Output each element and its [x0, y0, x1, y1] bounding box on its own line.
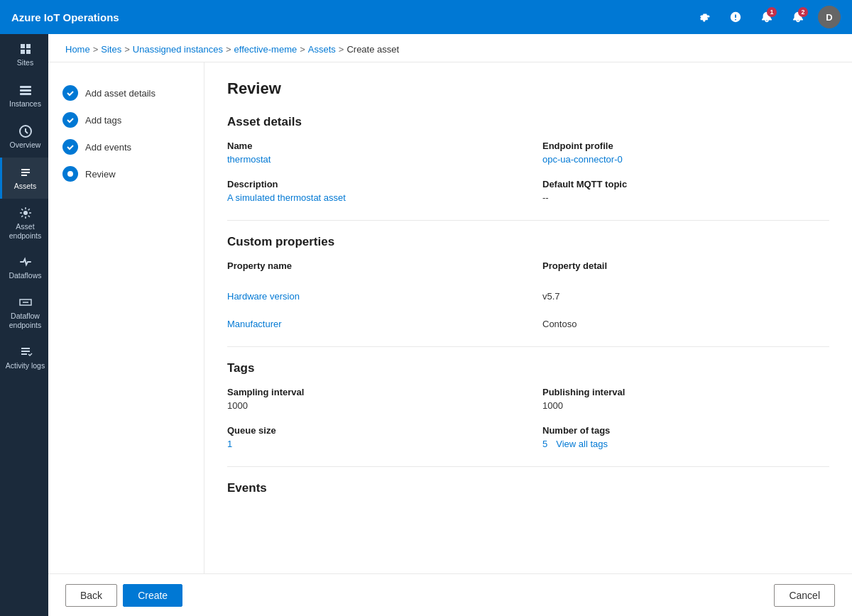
notification2-button[interactable]: 2 — [787, 6, 809, 28]
divider-1 — [227, 220, 829, 221]
breadcrumb-sep-4: > — [300, 44, 305, 55]
breadcrumb-sep-1: > — [93, 44, 99, 55]
notification1-button[interactable]: 1 — [755, 6, 778, 28]
step-circle-2 — [62, 112, 78, 128]
description-field: Description A simulated thermostat asset — [227, 179, 514, 203]
sidebar-item-sites[interactable]: Sites — [0, 34, 48, 75]
queue-size-field: Queue size 1 — [227, 425, 514, 449]
step-circle-1 — [62, 85, 78, 101]
sidebar-label-activity-logs: Activity logs — [6, 361, 45, 370]
step-label-1: Add asset details — [85, 88, 155, 99]
sidebar-item-asset-endpoints[interactable]: Asset endpoints — [0, 199, 48, 247]
property-detail-col-header: Property detail — [542, 260, 829, 271]
review-panel: Review Asset details Name thermostat End… — [204, 62, 852, 616]
breadcrumb-home[interactable]: Home — [65, 44, 90, 55]
number-of-tags-label: Number of tags — [542, 425, 829, 436]
breadcrumb-sites[interactable]: Sites — [101, 44, 121, 55]
breadcrumb-current: Create asset — [346, 44, 399, 55]
divider-3 — [227, 466, 829, 467]
divider-2 — [227, 346, 829, 347]
sidebar-item-assets[interactable]: Assets — [0, 158, 48, 199]
custom-property-row-1: Hardware version v5.7 — [227, 291, 829, 302]
avatar[interactable]: D — [818, 6, 841, 28]
description-value: A simulated thermostat asset — [227, 192, 514, 203]
step-label-2: Add tags — [85, 115, 121, 126]
svg-rect-0 — [20, 86, 31, 88]
sidebar-item-instances[interactable]: Instances — [0, 75, 48, 116]
breadcrumb-effective-meme[interactable]: effective-meme — [234, 44, 297, 55]
settings-button[interactable] — [693, 6, 716, 28]
svg-point-5 — [67, 171, 73, 177]
custom-properties-header: Property name Property detail — [227, 260, 829, 274]
tags-grid: Sampling interval 1000 Publishing interv… — [227, 387, 829, 449]
sidebar-label-overview: Overview — [10, 141, 41, 150]
footer: Back Create Cancel — [48, 573, 852, 616]
svg-rect-2 — [20, 93, 31, 95]
main-wrapper: Home > Sites > Unassigned instances > ef… — [48, 34, 852, 616]
sidebar-item-dataflows[interactable]: Dataflows — [0, 247, 48, 288]
name-value: thermostat — [227, 154, 514, 165]
sidebar-label-asset-endpoints: Asset endpoints — [5, 222, 45, 240]
breadcrumb-assets[interactable]: Assets — [308, 44, 336, 55]
sidebar-label-dataflows: Dataflows — [9, 271, 41, 280]
description-label: Description — [227, 179, 514, 189]
events-section-title: Events — [227, 481, 829, 495]
sidebar-item-overview[interactable]: Overview — [0, 116, 48, 158]
breadcrumb-sep-5: > — [339, 44, 344, 55]
queue-size-value: 1 — [227, 439, 514, 449]
endpoint-profile-field: Endpoint profile opc-ua-connector-0 — [542, 141, 829, 165]
cancel-button[interactable]: Cancel — [774, 584, 835, 607]
create-button[interactable]: Create — [123, 584, 182, 607]
tags-section-title: Tags — [227, 361, 829, 375]
property-name-col-header: Property name — [227, 260, 514, 271]
asset-details-grid: Name thermostat Endpoint profile opc-ua-… — [227, 141, 829, 203]
sidebar-label-assets: Assets — [14, 182, 37, 191]
queue-size-label: Queue size — [227, 425, 514, 436]
topbar: Azure IoT Operations 1 2 D — [0, 0, 852, 34]
help-button[interactable] — [724, 6, 747, 28]
wizard-step-add-tags[interactable]: Add tags — [60, 106, 192, 133]
number-of-tags-field: Number of tags 5 View all tags — [542, 425, 829, 449]
hardware-version-detail: v5.7 — [542, 291, 829, 302]
sidebar-label-instances: Instances — [9, 99, 41, 109]
publishing-interval-field: Publishing interval 1000 — [542, 387, 829, 411]
review-title: Review — [227, 79, 829, 98]
manufacturer-name: Manufacturer — [227, 319, 514, 329]
svg-rect-1 — [20, 89, 31, 92]
mqtt-topic-field: Default MQTT topic -- — [542, 179, 829, 203]
wizard-sidebar: Add asset details Add tags Add events Re… — [48, 62, 204, 616]
wizard-step-add-events[interactable]: Add events — [60, 133, 192, 160]
publishing-interval-value: 1000 — [542, 400, 829, 411]
sidebar: Sites Instances Overview Assets Asset en… — [0, 34, 48, 616]
sidebar-label-sites: Sites — [17, 58, 33, 67]
app-title: Azure IoT Operations — [11, 11, 693, 23]
step-label-4: Review — [85, 169, 116, 180]
manufacturer-detail: Contoso — [542, 319, 829, 329]
back-button[interactable]: Back — [65, 584, 117, 607]
step-circle-4 — [62, 166, 78, 182]
wizard-step-add-asset-details[interactable]: Add asset details — [60, 79, 192, 106]
topbar-icons: 1 2 D — [693, 6, 841, 28]
wizard-step-review[interactable]: Review — [60, 160, 192, 187]
custom-property-row-2: Manufacturer Contoso — [227, 319, 829, 329]
custom-properties-section-title: Custom properties — [227, 235, 829, 249]
sampling-interval-field: Sampling interval 1000 — [227, 387, 514, 411]
sidebar-item-dataflow-endpoints[interactable]: Dataflow endpoints — [0, 288, 48, 336]
breadcrumb: Home > Sites > Unassigned instances > ef… — [48, 34, 852, 62]
sidebar-label-dataflow-endpoints: Dataflow endpoints — [5, 312, 45, 329]
number-of-tags-value: 5 — [542, 439, 547, 449]
notification2-badge: 2 — [798, 7, 808, 17]
asset-details-section-title: Asset details — [227, 115, 829, 129]
breadcrumb-unassigned[interactable]: Unassigned instances — [133, 44, 223, 55]
notification1-badge: 1 — [767, 7, 777, 17]
name-label: Name — [227, 141, 514, 151]
svg-point-4 — [23, 211, 28, 215]
endpoint-profile-value: opc-ua-connector-0 — [542, 154, 829, 165]
name-field: Name thermostat — [227, 141, 514, 165]
sampling-interval-label: Sampling interval — [227, 387, 514, 397]
endpoint-profile-label: Endpoint profile — [542, 141, 829, 151]
hardware-version-name: Hardware version — [227, 291, 514, 302]
step-circle-3 — [62, 139, 78, 155]
view-all-tags-link[interactable]: View all tags — [556, 439, 608, 449]
sidebar-item-activity-logs[interactable]: Activity logs — [0, 336, 48, 378]
